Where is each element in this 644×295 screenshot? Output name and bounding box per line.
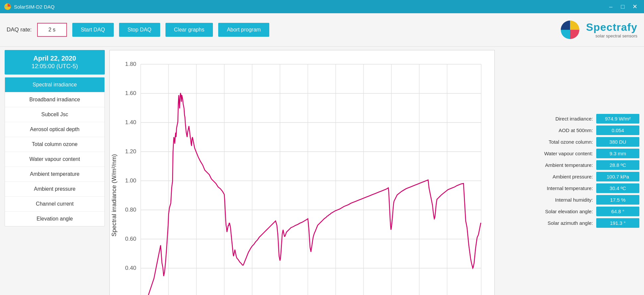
nav-item-total-column-ozone[interactable]: Total column ozone bbox=[5, 137, 104, 152]
app-title: SolarSIM-D2 DAQ bbox=[14, 4, 603, 10]
daq-rate-input[interactable] bbox=[37, 23, 67, 37]
maximize-button[interactable]: □ bbox=[617, 1, 628, 12]
ozone-label: Total ozone column: bbox=[503, 139, 593, 145]
solar-azimuth-label: Solar azimuth angle: bbox=[503, 220, 593, 226]
ambient-pressure-value: 100.7 kPa bbox=[596, 172, 639, 181]
svg-text:0.60: 0.60 bbox=[125, 235, 136, 242]
reading-ozone: Total ozone column: 380 DU bbox=[503, 137, 639, 147]
chart-area: 1.80 1.60 1.40 1.20 1.00 0.80 0.60 0.40 … bbox=[109, 47, 498, 295]
internal-humidity-label: Internal humidity: bbox=[503, 197, 593, 203]
nav-item-channel-current[interactable]: Channel current bbox=[5, 197, 104, 212]
toolbar: DAQ rate: Start DAQ Stop DAQ Clear graph… bbox=[0, 13, 644, 47]
reading-solar-azimuth: Solar azimuth angle: 191.3 ° bbox=[503, 218, 639, 228]
close-button[interactable]: ✕ bbox=[629, 1, 640, 12]
date-display: April 22, 2020 bbox=[8, 55, 101, 62]
reading-solar-elevation: Solar elevation angle: 64.8 ° bbox=[503, 207, 639, 216]
start-daq-button[interactable]: Start DAQ bbox=[72, 23, 114, 37]
svg-text:1.40: 1.40 bbox=[125, 119, 136, 125]
logo-name: Spectrafy bbox=[586, 21, 637, 33]
main-content: DAQ rate: Start DAQ Stop DAQ Clear graph… bbox=[0, 13, 644, 295]
svg-text:0.40: 0.40 bbox=[125, 265, 136, 271]
reading-internal-humidity: Internal humidity: 17.5 % bbox=[503, 195, 639, 205]
nav-item-aerosol-optical-depth[interactable]: Aerosol optical depth bbox=[5, 122, 104, 137]
aod-value: 0.054 bbox=[596, 125, 639, 135]
reading-ambient-pressure: Ambient pressure: 100.7 kPa bbox=[503, 172, 639, 181]
internal-temp-value: 30.4 ºC bbox=[596, 183, 639, 193]
sidebar: April 22, 2020 12:05:00 (UTC-5) Spectral… bbox=[0, 47, 109, 295]
nav-item-spectral-irradiance[interactable]: Spectral irradiance bbox=[5, 77, 104, 92]
reading-ambient-temp: Ambient temperature: 28.8 ºC bbox=[503, 160, 639, 170]
ambient-temp-value: 28.8 ºC bbox=[596, 160, 639, 170]
solar-azimuth-value: 191.3 ° bbox=[596, 218, 639, 228]
daq-rate-label: DAQ rate: bbox=[7, 26, 32, 33]
nav-item-elevation-angle[interactable]: Elevation angle bbox=[5, 212, 104, 226]
stop-daq-button[interactable]: Stop DAQ bbox=[119, 23, 160, 37]
logo-text: Spectrafy solar spectral sensors bbox=[586, 21, 637, 38]
water-vapour-value: 9.3 mm bbox=[596, 149, 639, 158]
nav-item-subcell-jsc[interactable]: Subcell Jsc bbox=[5, 107, 104, 122]
readings-panel: Direct irradiance: 974.9 W/m² AOD at 500… bbox=[498, 47, 644, 295]
nav-item-broadband-irradiance[interactable]: Broadband irradiance bbox=[5, 92, 104, 107]
svg-text:1.80: 1.80 bbox=[125, 61, 136, 67]
svg-text:1.60: 1.60 bbox=[125, 90, 136, 96]
logo-tagline: solar spectral sensors bbox=[586, 33, 637, 38]
reading-water-vapour: Water vapour content: 9.3 mm bbox=[503, 149, 639, 158]
spectrafy-logo-icon bbox=[558, 18, 582, 42]
nav-list: Spectral irradiance Broadband irradiance… bbox=[5, 77, 105, 226]
ozone-value: 380 DU bbox=[596, 137, 639, 147]
date-time-box: April 22, 2020 12:05:00 (UTC-5) bbox=[5, 50, 105, 74]
reading-aod: AOD at 500nm: 0.054 bbox=[503, 125, 639, 135]
nav-item-water-vapour-content[interactable]: Water vapour content bbox=[5, 152, 104, 167]
reading-direct-irradiance: Direct irradiance: 974.9 W/m² bbox=[503, 114, 639, 123]
abort-program-button[interactable]: Abort program bbox=[218, 23, 269, 37]
solar-elevation-label: Solar elevation angle: bbox=[503, 209, 593, 214]
direct-irradiance-value: 974.9 W/m² bbox=[596, 114, 639, 123]
internal-humidity-value: 17.5 % bbox=[596, 195, 639, 205]
app-icon bbox=[4, 3, 11, 10]
spectral-chart: 1.80 1.60 1.40 1.20 1.00 0.80 0.60 0.40 … bbox=[110, 50, 494, 295]
internal-temp-label: Internal temperature: bbox=[503, 185, 593, 191]
aod-label: AOD at 500nm: bbox=[503, 127, 593, 133]
svg-text:0.80: 0.80 bbox=[125, 206, 136, 213]
clear-graphs-button[interactable]: Clear graphs bbox=[165, 23, 213, 37]
solar-elevation-value: 64.8 ° bbox=[596, 207, 639, 216]
svg-text:Spectral irradiance (W/m²/nm): Spectral irradiance (W/m²/nm) bbox=[110, 154, 117, 237]
svg-text:1.20: 1.20 bbox=[125, 148, 136, 155]
window-controls: – □ ✕ bbox=[606, 1, 640, 12]
chart-container: 1.80 1.60 1.40 1.20 1.00 0.80 0.60 0.40 … bbox=[109, 50, 495, 295]
time-display: 12:05:00 (UTC-5) bbox=[8, 63, 101, 70]
ambient-temp-label: Ambient temperature: bbox=[503, 162, 593, 168]
minimize-button[interactable]: – bbox=[606, 1, 616, 12]
svg-text:0.20: 0.20 bbox=[125, 294, 136, 295]
nav-item-ambient-pressure[interactable]: Ambient pressure bbox=[5, 182, 104, 197]
direct-irradiance-label: Direct irradiance: bbox=[503, 116, 593, 122]
body-area: April 22, 2020 12:05:00 (UTC-5) Spectral… bbox=[0, 47, 644, 295]
reading-internal-temp: Internal temperature: 30.4 ºC bbox=[503, 183, 639, 193]
title-bar: SolarSIM-D2 DAQ – □ ✕ bbox=[0, 0, 644, 13]
svg-text:1.00: 1.00 bbox=[125, 177, 136, 184]
water-vapour-label: Water vapour content: bbox=[503, 151, 593, 156]
ambient-pressure-label: Ambient pressure: bbox=[503, 174, 593, 179]
nav-item-ambient-temperature[interactable]: Ambient temperature bbox=[5, 167, 104, 182]
logo-area: Spectrafy solar spectral sensors bbox=[558, 18, 637, 42]
